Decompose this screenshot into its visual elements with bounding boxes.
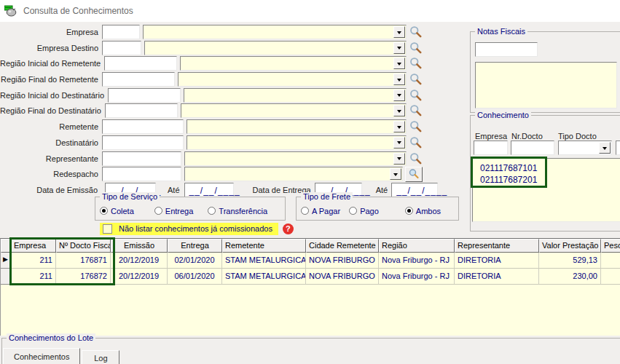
conhecimento-empresa-input[interactable] [474,141,508,155]
chevron-down-icon[interactable] [393,105,405,116]
cell-representante[interactable]: DIRETORIA [455,269,539,285]
grid-header-docto[interactable]: Nº Docto Fiscal [56,239,111,253]
grid-header-peso[interactable]: Peso [601,239,620,253]
search-icon[interactable] [409,41,423,55]
radio-dot[interactable] [301,207,309,215]
radio-dot[interactable] [154,207,162,215]
data-emissao-ate-input[interactable]: __/__/____ [184,183,234,197]
radio-dot[interactable] [100,207,108,215]
search-icon[interactable] [409,120,423,133]
grid-header-regiao[interactable]: Região [379,239,455,253]
chevron-down-icon[interactable] [393,90,405,101]
conhecimento-extra-input[interactable] [616,141,620,155]
cell-entrega[interactable]: 06/01/2020 [168,269,222,285]
cell-docto[interactable]: 176872 [56,269,111,285]
remetente-input[interactable] [102,119,184,134]
chevron-down-icon[interactable] [393,153,405,165]
empresa-destino-code-input[interactable] [102,41,141,55]
search-icon[interactable] [409,73,423,86]
chevron-down-icon[interactable] [393,42,405,54]
tab-conhecimentos[interactable]: Conhecimentos [3,348,80,364]
cell-cidade[interactable]: NOVA FRIBURGO [306,253,379,269]
conhecimento-nrdocto-input[interactable] [511,141,554,155]
chevron-down-icon[interactable] [393,137,405,149]
radio-transferencia[interactable]: Transferência [208,207,267,215]
destinatario-combobox[interactable] [187,135,407,150]
tab-log[interactable]: Log [82,350,119,364]
grid-header-valor[interactable]: Valor Prestação [539,239,601,253]
redespacho-input[interactable] [102,167,181,181]
cell-peso[interactable] [601,253,620,269]
table-row[interactable]: ▶ 211 176871 20/12/2019 02/01/2020 STAM … [1,253,620,269]
cell-docto[interactable]: 176871 [56,253,111,269]
radio-a-pagar[interactable]: A Pagar [301,207,340,215]
cell-regiao[interactable]: Nova Friburgo - RJ [379,269,455,285]
checkbox[interactable] [103,224,112,234]
empresa-code-input[interactable] [102,25,140,39]
radio-dot[interactable] [405,207,413,215]
radio-dot[interactable] [208,207,216,215]
search-icon[interactable] [409,152,423,165]
grid-header-cidade[interactable]: Cidade Remetente [306,239,379,253]
radio-ambos[interactable]: Ambos [405,207,441,215]
cell-valor[interactable]: 230,00 [539,269,601,285]
notas-fiscais-list[interactable] [475,62,617,108]
cell-empresa[interactable]: 211 [11,269,56,285]
empresa-destino-combobox[interactable] [144,41,407,55]
search-icon[interactable] [409,25,423,39]
representante-combobox[interactable] [184,151,407,166]
cell-emissao[interactable]: 20/12/2019 [111,269,168,285]
cell-representante[interactable]: DIRETORIA [455,253,539,269]
representante-input[interactable] [102,151,181,166]
regiao-inicial-destinatario-combobox[interactable] [184,88,407,103]
list-item[interactable]: 021117687101 [473,162,620,174]
cell-peso[interactable] [601,269,620,285]
cell-remetente[interactable]: STAM METALURGICA LT [222,253,306,269]
regiao-inicial-remetente-input[interactable] [104,56,177,71]
cell-cidade[interactable]: NOVA FRIBURGO [306,269,379,285]
chevron-down-icon[interactable] [599,142,611,154]
chevron-down-icon[interactable] [393,58,405,69]
nao-listar-checkbox-wrap[interactable]: Não listar conhecimentos já comissionado… [100,223,278,235]
grid-header-remetente[interactable]: Remetente [222,239,306,253]
search-button[interactable] [405,167,423,182]
search-icon[interactable] [409,104,423,117]
remetente-combobox[interactable] [187,119,407,134]
cell-entrega[interactable]: 02/01/2020 [168,253,222,269]
grid-header-empresa[interactable]: Empresa [11,239,56,253]
chevron-down-icon[interactable] [390,168,401,180]
conhecimento-tipodocto-combobox[interactable] [558,141,612,155]
cell-valor[interactable]: 529,13 [539,253,601,269]
destinatario-input[interactable] [102,135,184,150]
search-icon[interactable] [409,89,423,102]
chevron-down-icon[interactable] [393,121,405,132]
chevron-down-icon[interactable] [393,74,405,85]
notas-fiscais-input[interactable] [475,42,538,57]
radio-dot[interactable] [349,207,357,215]
cell-remetente[interactable]: STAM METALURGICA LT [222,269,306,285]
regiao-inicial-destinatario-input[interactable] [108,88,181,103]
grid-header-representante[interactable]: Representante [455,239,539,253]
chevron-down-icon[interactable] [393,26,405,38]
regiao-final-remetente-input[interactable] [102,72,175,87]
grid-header-emissao[interactable]: Emissão [111,239,168,253]
radio-pago[interactable]: Pago [349,207,379,215]
radio-entrega[interactable]: Entrega [154,207,194,215]
regiao-final-destinatario-combobox[interactable] [181,103,407,118]
search-icon[interactable] [409,136,423,149]
regiao-final-destinatario-input[interactable] [105,103,178,118]
table-row[interactable]: 211 176872 20/12/2019 06/01/2020 STAM ME… [1,269,620,285]
data-entrega-ate-input[interactable]: __/__/____ [391,183,438,197]
search-icon[interactable] [409,57,423,70]
help-icon[interactable]: ? [283,223,294,234]
cell-regiao[interactable]: Nova Friburgo - RJ [379,253,455,269]
cell-empresa[interactable]: 211 [11,253,56,269]
cell-emissao[interactable]: 20/12/2019 [111,253,168,269]
radio-coleta[interactable]: Coleta [100,207,134,215]
conhecimento-list[interactable]: 021117687101 021117687201 [472,158,620,222]
redespacho-combobox[interactable] [184,167,403,181]
grid-header-entrega[interactable]: Entrega [168,239,222,253]
regiao-final-remetente-combobox[interactable] [178,72,407,87]
empresa-combobox[interactable] [143,25,407,39]
regiao-inicial-remetente-combobox[interactable] [180,56,407,71]
